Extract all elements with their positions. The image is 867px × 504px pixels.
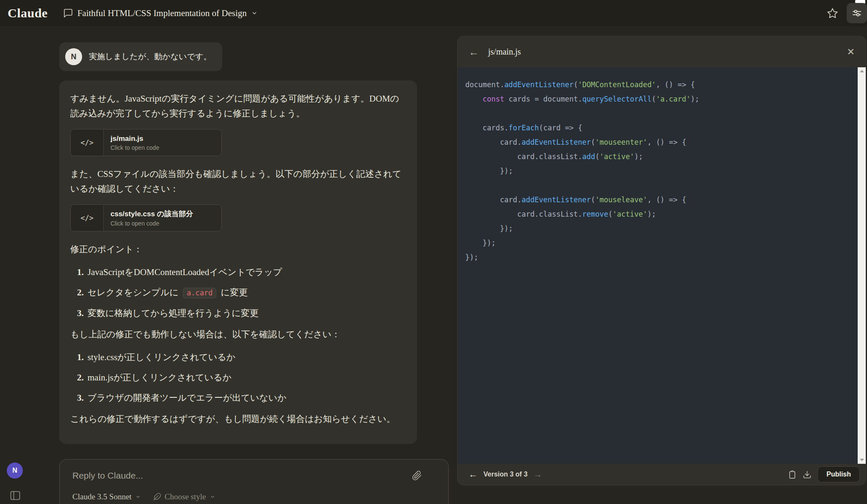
back-button[interactable]: ← — [469, 47, 479, 57]
code-line: card.classList.remove('active'); — [465, 207, 849, 221]
user-message-text: 実施しましたが、動かないです。 — [89, 51, 211, 62]
paperclip-icon — [412, 471, 422, 481]
chat-column: N 実施しましたが、動かないです。 すみません。JavaScriptの実行タイミ… — [0, 26, 449, 504]
list-number: 2. — [77, 285, 84, 300]
copy-button[interactable] — [788, 470, 797, 479]
artifact-footer: ← Version 3 of 3 → Publish — [458, 464, 866, 485]
list-text: main.jsが正しくリンクされているか — [88, 370, 232, 385]
download-button[interactable] — [803, 470, 812, 479]
chevron-down-icon — [251, 10, 258, 17]
star-icon — [827, 8, 838, 19]
next-version-button[interactable]: → — [533, 469, 542, 479]
code-view: document.addEventListener('DOMContentLoa… — [458, 67, 866, 464]
list-text: 変数に格納してから処理を行うように変更 — [88, 306, 259, 321]
model-name: Claude 3.5 Sonnet — [72, 492, 132, 501]
chat-title: Faithful HTML/CSS Implementation of Desi… — [77, 8, 247, 19]
code-line: const cards = document.querySelectorAll(… — [465, 92, 849, 106]
close-icon: ✕ — [847, 47, 855, 57]
list-item: 1.style.cssが正しくリンクされているか — [77, 350, 406, 365]
assistant-paragraph: もし上記の修正でも動作しない場合は、以下を確認してください： — [70, 327, 406, 342]
list-number: 1. — [77, 265, 84, 280]
code-line — [465, 106, 849, 121]
previous-version-button[interactable]: ← — [469, 469, 478, 479]
assistant-blocks: すみません。JavaScriptの実行タイミングに問題がある可能性があります。D… — [70, 91, 406, 427]
code-content: document.addEventListener('DOMContentLoa… — [465, 77, 849, 264]
code-line: }); — [465, 164, 849, 178]
attach-button[interactable] — [412, 471, 422, 481]
artifact-card-subtitle: Click to open code — [110, 144, 159, 151]
list-text: style.cssが正しくリンクされているか — [88, 350, 235, 365]
style-selector[interactable]: Choose style — [153, 492, 215, 501]
code-line: card.classList.add('active'); — [465, 149, 849, 164]
sidebar-toggle-button[interactable] — [10, 491, 20, 500]
artifact-card-title: js/main.js — [110, 135, 159, 143]
artifact-card[interactable]: </>js/main.jsClick to open code — [70, 129, 222, 156]
publish-button[interactable]: Publish — [817, 466, 860, 482]
artifact-card[interactable]: </>css/style.css の該当部分Click to open code — [70, 204, 222, 231]
download-icon — [803, 470, 812, 479]
profile-avatar[interactable]: N — [7, 463, 23, 479]
arrow-left-icon: ← — [469, 46, 479, 58]
code-line: document.addEventListener('DOMContentLoa… — [465, 77, 849, 92]
code-line: cards.forEach(card => { — [465, 121, 849, 135]
code-line: }); — [465, 250, 849, 264]
assistant-paragraph: 修正のポイント： — [70, 242, 406, 257]
artifact-panel: ← js/main.js ✕ document.addEventListener… — [457, 36, 866, 485]
topbar: Claude Faithful HTML/CSS Implementation … — [0, 0, 867, 26]
model-selector[interactable]: Claude 3.5 Sonnet — [72, 492, 141, 501]
code-line: card.addEventListener('mouseleave', () =… — [465, 193, 849, 207]
scroll-up-arrow[interactable] — [858, 67, 866, 75]
assistant-paragraph: また、CSSファイルの該当部分も確認しましょう。以下の部分が正しく記述されている… — [70, 167, 406, 196]
list-number: 2. — [77, 370, 84, 385]
quill-icon — [153, 493, 161, 501]
code-line — [465, 178, 849, 193]
list-text: JavaScriptをDOMContentLoadedイベントでラップ — [88, 265, 282, 280]
code-icon: </> — [71, 205, 104, 231]
claude-logo[interactable]: Claude — [8, 6, 48, 20]
close-button[interactable]: ✕ — [847, 47, 855, 57]
reply-input[interactable]: Reply to Claude... — [72, 471, 412, 481]
chevron-down-icon — [210, 494, 215, 500]
star-button[interactable] — [827, 8, 838, 19]
chat-bubble-icon — [63, 8, 73, 18]
list-item: 2.セレクタをシンプルに a.card に変更 — [77, 285, 406, 300]
composer: Reply to Claude... Claude 3.5 Sonnet — [59, 459, 449, 504]
chat-title-menu[interactable]: Faithful HTML/CSS Implementation of Desi… — [63, 8, 258, 19]
user-message: N 実施しましたが、動かないです。 — [59, 42, 222, 71]
list-item: 2.main.jsが正しくリンクされているか — [77, 370, 406, 385]
artifact-card-title: css/style.css の該当部分 — [110, 209, 193, 219]
list-number: 3. — [77, 306, 84, 321]
list-text: セレクタをシンプルに a.card に変更 — [88, 285, 248, 300]
artifact-card-body: css/style.css の該当部分Click to open code — [104, 205, 200, 231]
list-number: 3. — [77, 391, 84, 405]
sliders-icon — [851, 8, 862, 19]
list-item: 3.ブラウザの開発者ツールでエラーが出ていないか — [77, 391, 406, 405]
list-text: ブラウザの開発者ツールでエラーが出ていないか — [88, 391, 287, 405]
code-icon: </> — [71, 129, 104, 156]
artifact-header: ← js/main.js ✕ — [458, 36, 866, 67]
sidebar-icon — [10, 491, 20, 500]
controls-button[interactable] — [847, 3, 867, 23]
inline-code: a.card — [183, 288, 216, 298]
scroll-down-arrow[interactable] — [858, 456, 866, 464]
topbar-actions — [827, 0, 867, 26]
code-scrollbar[interactable] — [858, 67, 866, 464]
assistant-paragraph: すみません。JavaScriptの実行タイミングに問題がある可能性があります。D… — [70, 91, 406, 121]
style-label: Choose style — [165, 492, 206, 501]
arrow-left-icon: ← — [469, 469, 478, 479]
version-label: Version 3 of 3 — [483, 471, 527, 478]
code-line: }); — [465, 221, 849, 236]
list-item: 3.変数に格納してから処理を行うように変更 — [77, 306, 406, 321]
artifact-card-body: js/main.jsClick to open code — [104, 129, 166, 156]
ordered-list: 1.JavaScriptをDOMContentLoadedイベントでラップ2.セ… — [70, 265, 406, 321]
artifact-card-subtitle: Click to open code — [110, 220, 193, 227]
assistant-message: すみません。JavaScriptの実行タイミングに問題がある可能性があります。D… — [59, 80, 417, 444]
arrow-right-icon: → — [533, 469, 542, 479]
ordered-list: 1.style.cssが正しくリンクされているか2.main.jsが正しくリンク… — [70, 350, 406, 405]
chevron-down-icon — [135, 494, 141, 500]
code-line: card.addEventListener('mouseenter', () =… — [465, 135, 849, 149]
user-avatar: N — [65, 48, 82, 65]
list-item: 1.JavaScriptをDOMContentLoadedイベントでラップ — [77, 265, 406, 280]
code-line: }); — [465, 236, 849, 250]
list-number: 1. — [77, 350, 84, 365]
